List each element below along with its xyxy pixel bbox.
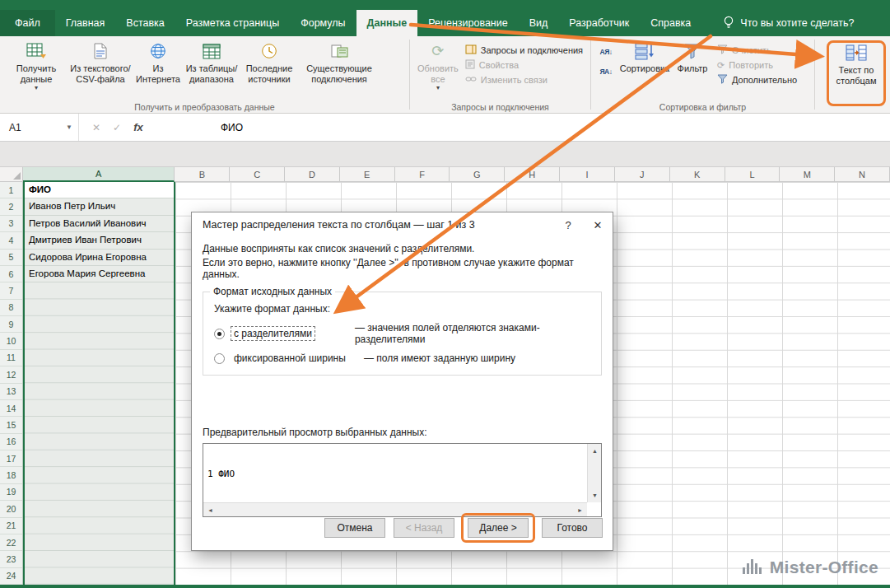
tab-help[interactable]: Справка: [640, 10, 701, 36]
row-header[interactable]: 20: [0, 501, 22, 517]
group-label-sort-filter: Сортировка и фильтр: [591, 102, 814, 112]
column-header[interactable]: I: [560, 167, 615, 182]
formula-input[interactable]: ФИО: [221, 122, 243, 133]
row-header[interactable]: 7: [0, 282, 22, 299]
row-header[interactable]: 13: [0, 384, 22, 400]
ribbon-tab-bar: Файл Главная Вставка Разметка страницы Ф…: [0, 0, 890, 36]
edit-links-label: Изменить связи: [481, 75, 548, 85]
column-header[interactable]: D: [285, 167, 340, 182]
tab-data[interactable]: Данные: [356, 10, 418, 36]
row-header[interactable]: 11: [0, 350, 22, 366]
column-header[interactable]: F: [395, 167, 450, 182]
name-box[interactable]: A1 ▼: [0, 114, 79, 141]
row-header[interactable]: 9: [0, 316, 22, 333]
fixed-width-radio[interactable]: [214, 353, 225, 364]
from-text-csv-button[interactable]: Из текстового/ CSV-файла: [68, 39, 133, 86]
row-header[interactable]: 21: [0, 518, 22, 534]
finish-button[interactable]: Готово: [542, 518, 603, 538]
column-header[interactable]: B: [175, 167, 230, 182]
row-header[interactable]: 15: [0, 417, 22, 433]
connections-icon: [331, 40, 348, 62]
tab-file[interactable]: Файл: [0, 10, 55, 36]
tab-developer[interactable]: Разработчик: [558, 10, 640, 36]
insert-function-button[interactable]: fx: [133, 121, 143, 133]
column-header-a[interactable]: A: [23, 167, 175, 182]
column-header[interactable]: M: [780, 167, 835, 182]
row-header[interactable]: 8: [0, 300, 22, 316]
row-header[interactable]: 12: [0, 366, 22, 383]
row-header[interactable]: 24: [0, 568, 22, 585]
cell-a6[interactable]: Егорова Мария Сергеевна: [25, 266, 174, 282]
cell-a4[interactable]: Дмитриев Иван Петрович: [25, 232, 174, 249]
queries-connections-button[interactable]: Запросы и подключения: [461, 43, 587, 58]
row-header[interactable]: 23: [0, 551, 22, 567]
delimited-radio[interactable]: [214, 329, 225, 339]
row-header[interactable]: 16: [0, 434, 22, 450]
column-header[interactable]: C: [230, 167, 285, 182]
tab-insert[interactable]: Вставка: [115, 10, 175, 36]
tab-page-layout[interactable]: Разметка страницы: [175, 10, 290, 36]
delimited-radio-label[interactable]: с разделителями: [231, 326, 315, 341]
row-header[interactable]: 18: [0, 467, 22, 483]
column-header[interactable]: K: [670, 167, 725, 182]
advanced-funnel-icon: [717, 74, 728, 86]
tell-me-box[interactable]: Что вы хотите сделать?: [723, 10, 854, 36]
text-file-icon: [94, 40, 107, 62]
column-header[interactable]: N: [835, 167, 890, 182]
from-web-button[interactable]: Из Интернета: [133, 39, 183, 86]
cell-a5[interactable]: Сидорова Ирина Егоровна: [25, 250, 174, 266]
row-header[interactable]: 22: [0, 534, 22, 551]
column-header[interactable]: G: [450, 167, 505, 182]
cancel-button[interactable]: Отмена: [324, 518, 385, 538]
row-header[interactable]: 1: [0, 182, 22, 198]
dialog-help-button[interactable]: ?: [553, 212, 583, 237]
row-header[interactable]: 2: [0, 198, 22, 215]
preview-line: 1 ФИО: [207, 469, 586, 480]
cell-a2[interactable]: Иванов Петр Ильич: [25, 198, 174, 215]
dialog-close-button[interactable]: ✕: [583, 212, 613, 237]
column-a-empty-cells[interactable]: [25, 282, 174, 585]
tab-home[interactable]: Главная: [55, 10, 116, 36]
row-header[interactable]: 19: [0, 484, 22, 501]
sort-descending-button[interactable]: ЯА↓: [596, 63, 616, 80]
cell-a3[interactable]: Петров Василий Иванович: [25, 216, 174, 232]
cell-a1[interactable]: ФИО: [25, 182, 174, 198]
name-box-value: A1: [9, 122, 21, 133]
row-header[interactable]: 10: [0, 333, 22, 349]
clear-filter-label: Очистить: [732, 45, 771, 55]
scroll-down-icon[interactable]: ▼: [588, 488, 602, 502]
advanced-filter-button[interactable]: Дополнительно: [713, 72, 801, 87]
preview-vertical-scrollbar[interactable]: ▲ ▼: [587, 444, 601, 502]
row-header[interactable]: 14: [0, 400, 22, 417]
watermark: Mister-Office: [743, 558, 878, 577]
row-header[interactable]: 5: [0, 250, 22, 266]
sort-ascending-button[interactable]: АЯ↓: [596, 44, 616, 60]
queries-connections-label: Запросы и подключения: [481, 45, 583, 55]
tab-review[interactable]: Рецензирование: [417, 10, 519, 36]
existing-connections-button[interactable]: Существующие подключения: [298, 39, 380, 86]
column-header[interactable]: E: [340, 167, 395, 182]
fixed-width-radio-label[interactable]: фиксированной ширины: [231, 351, 349, 366]
tab-view[interactable]: Вид: [519, 10, 559, 36]
dialog-title-bar[interactable]: Мастер распределения текста по столбцам …: [192, 212, 613, 237]
row-header[interactable]: 17: [0, 450, 22, 467]
row-header[interactable]: 4: [0, 232, 22, 249]
recent-sources-button[interactable]: Последние источники: [240, 39, 298, 86]
select-all-corner[interactable]: [0, 167, 23, 182]
scroll-right-icon[interactable]: ►: [573, 503, 587, 517]
column-header[interactable]: H: [505, 167, 560, 182]
row-header[interactable]: 6: [0, 266, 22, 282]
from-table-range-button[interactable]: Из таблицы/ диапазона: [183, 39, 240, 86]
row-header[interactable]: 3: [0, 216, 22, 232]
tab-formulas[interactable]: Формулы: [290, 10, 356, 36]
column-header[interactable]: L: [725, 167, 780, 182]
filter-button[interactable]: Фильтр: [672, 39, 713, 76]
get-data-button[interactable]: Получить данные ▾: [5, 39, 68, 93]
name-box-dropdown-icon[interactable]: ▼: [66, 124, 72, 131]
sort-button[interactable]: Сортировка: [617, 39, 672, 76]
scroll-left-icon[interactable]: ◄: [203, 503, 217, 517]
dialog-intro-line1: Данные восприняты как список значений с …: [203, 243, 602, 254]
clear-filter-button: Очистить: [713, 43, 801, 58]
scroll-up-icon[interactable]: ▲: [588, 444, 602, 458]
column-header[interactable]: J: [615, 167, 670, 182]
